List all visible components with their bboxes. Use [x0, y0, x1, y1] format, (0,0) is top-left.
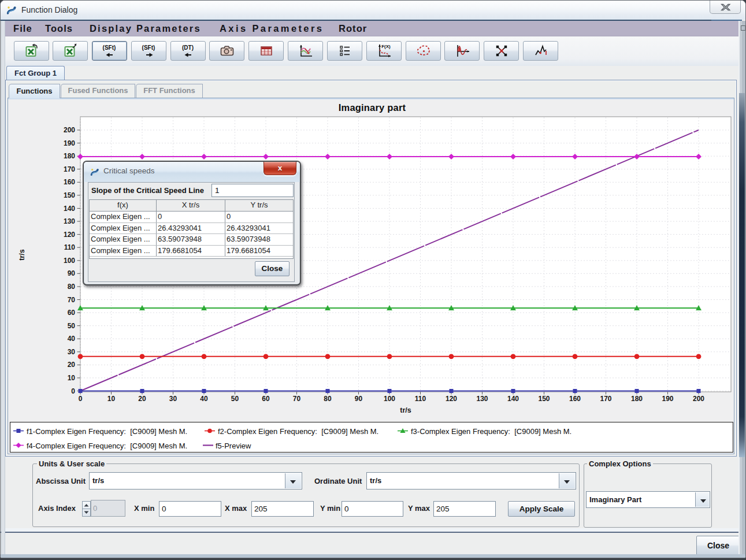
- svg-text:190: 190: [662, 395, 673, 403]
- svg-text:160: 160: [569, 395, 581, 403]
- svg-text:180: 180: [64, 152, 75, 160]
- svg-text:70: 70: [293, 395, 301, 403]
- svg-text:20: 20: [68, 361, 76, 369]
- svg-text:20: 20: [138, 395, 146, 403]
- svg-text:130: 130: [64, 217, 75, 225]
- svg-text:110: 110: [64, 243, 76, 251]
- svg-text:110: 110: [415, 395, 426, 403]
- svg-text:tr/s: tr/s: [18, 249, 26, 261]
- svg-text:120: 120: [64, 231, 75, 239]
- svg-text:40: 40: [68, 335, 76, 343]
- svg-text:120: 120: [446, 395, 457, 403]
- svg-text:50: 50: [68, 322, 76, 330]
- svg-text:80: 80: [68, 283, 76, 291]
- svg-text:60: 60: [68, 309, 76, 317]
- svg-text:30: 30: [68, 348, 76, 356]
- svg-text:tr/s: tr/s: [400, 406, 411, 414]
- svg-text:170: 170: [600, 395, 611, 403]
- svg-text:170: 170: [64, 165, 75, 173]
- svg-text:140: 140: [507, 395, 519, 403]
- svg-text:0: 0: [79, 395, 83, 403]
- svg-text:80: 80: [324, 395, 332, 403]
- svg-text:190: 190: [64, 139, 75, 147]
- svg-text:140: 140: [64, 205, 75, 213]
- svg-text:90: 90: [68, 269, 76, 277]
- svg-text:10: 10: [68, 374, 76, 382]
- svg-text:40: 40: [200, 395, 208, 403]
- svg-text:0: 0: [71, 387, 75, 395]
- svg-text:30: 30: [169, 395, 177, 403]
- svg-text:70: 70: [68, 296, 76, 304]
- svg-text:(DT): (DT): [182, 44, 194, 51]
- svg-text:(SFt): (SFt): [142, 44, 155, 51]
- svg-text:100: 100: [384, 395, 395, 403]
- svg-text:10: 10: [107, 395, 116, 403]
- svg-text:50: 50: [231, 395, 239, 403]
- svg-text:200: 200: [693, 395, 704, 403]
- svg-text:60: 60: [262, 395, 270, 403]
- svg-text:F(X): F(X): [381, 44, 391, 49]
- svg-text:180: 180: [631, 395, 643, 403]
- svg-text:100: 100: [64, 257, 75, 265]
- svg-text:200: 200: [64, 126, 75, 134]
- svg-text:160: 160: [64, 178, 75, 186]
- svg-text:90: 90: [355, 395, 363, 403]
- svg-text:130: 130: [476, 395, 488, 403]
- svg-text:150: 150: [538, 395, 550, 403]
- svg-text:(SFt): (SFt): [102, 44, 116, 51]
- svg-text:150: 150: [64, 191, 75, 199]
